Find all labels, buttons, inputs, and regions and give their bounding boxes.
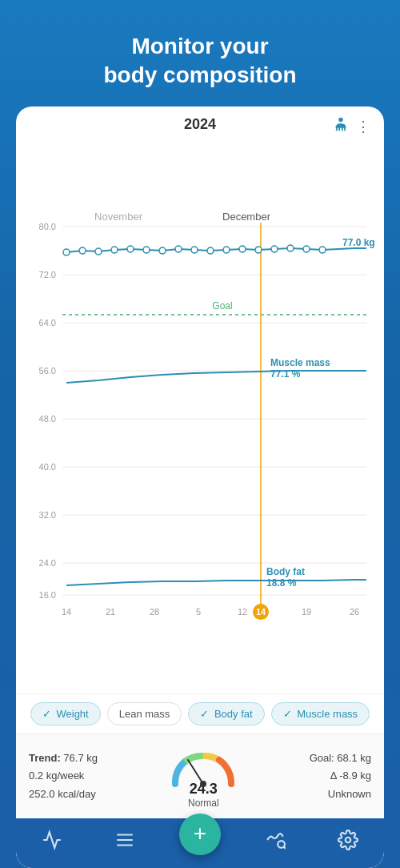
stats-right: Goal: 68.1 kg Δ -8.9 kg Unknown: [310, 749, 371, 802]
svg-point-39: [239, 246, 246, 252]
stats-row: Trend: 76.7 kg 0.2 kg/week 252.0 kcal/da…: [16, 733, 384, 818]
svg-text:21: 21: [106, 607, 115, 617]
svg-text:80.0: 80.0: [39, 222, 56, 231]
bottom-nav: +: [16, 818, 384, 868]
calories-value: 252.0 kcal/day: [29, 786, 98, 803]
filter-weight[interactable]: ✓ Weight: [30, 702, 101, 725]
svg-line-65: [284, 847, 286, 849]
filter-lean-mass[interactable]: Lean mass: [107, 702, 182, 725]
svg-text:77.1 %: 77.1 %: [270, 368, 301, 380]
svg-point-37: [207, 247, 214, 254]
svg-point-66: [345, 838, 350, 843]
rate-value: 0.2 kg/week: [29, 767, 98, 785]
filter-muscle-mass[interactable]: ✓ Muscle mass: [271, 702, 370, 725]
svg-point-33: [143, 247, 150, 253]
svg-line-59: [188, 760, 203, 784]
delta-value: Δ -8.9 kg: [310, 767, 371, 785]
svg-text:72.0: 72.0: [39, 270, 56, 279]
svg-text:77.0 kg: 77.0 kg: [342, 237, 375, 248]
svg-text:26: 26: [350, 607, 359, 617]
svg-point-36: [191, 247, 198, 253]
more-options-icon[interactable]: ⋮: [356, 118, 371, 135]
svg-text:14: 14: [62, 607, 71, 617]
svg-point-41: [271, 246, 278, 252]
bodyfat-check: ✓: [200, 708, 209, 720]
svg-point-30: [95, 248, 102, 255]
svg-point-43: [303, 246, 310, 252]
bmi-gauge: 24.3 Normal: [167, 744, 239, 809]
nav-settings-icon[interactable]: [330, 826, 366, 858]
weight-check: ✓: [42, 708, 51, 720]
unknown-value: Unknown: [310, 786, 371, 803]
svg-point-64: [278, 841, 285, 848]
musclemass-check: ✓: [283, 708, 292, 720]
svg-point-0: [338, 118, 343, 123]
filter-weight-label: Weight: [56, 708, 88, 720]
nav-list-icon[interactable]: [106, 826, 143, 858]
svg-point-29: [79, 247, 86, 254]
svg-text:18.8 %: 18.8 %: [266, 577, 297, 589]
svg-text:November: November: [94, 211, 143, 223]
page-header: Monitor yourbody composition: [0, 0, 400, 106]
svg-text:Goal: Goal: [212, 300, 232, 311]
main-card: 2024 ⋮: [16, 106, 384, 868]
svg-point-40: [255, 247, 262, 253]
svg-point-42: [287, 245, 294, 251]
person-icon[interactable]: [332, 116, 350, 138]
svg-text:5: 5: [196, 607, 201, 617]
svg-text:16.0: 16.0: [39, 590, 56, 600]
svg-point-31: [111, 247, 118, 253]
svg-text:19: 19: [302, 607, 311, 617]
chart-action-icons: ⋮: [332, 116, 371, 138]
svg-text:48.0: 48.0: [39, 414, 56, 424]
svg-point-44: [319, 247, 326, 253]
filter-musclemass-label: Muscle mass: [297, 708, 358, 720]
svg-point-35: [175, 246, 182, 252]
filter-bodyfat-label: Body fat: [214, 708, 253, 720]
svg-text:56.0: 56.0: [39, 366, 56, 376]
chart-area: November December 80.0 72.0 64.0 56.0 48…: [16, 136, 384, 693]
page-title: Monitor yourbody composition: [79, 0, 320, 106]
nav-add-button[interactable]: +: [179, 814, 221, 855]
svg-text:December: December: [222, 211, 271, 223]
svg-text:Muscle mass: Muscle mass: [270, 357, 330, 368]
svg-point-38: [223, 247, 230, 253]
svg-point-32: [127, 246, 134, 252]
svg-text:64.0: 64.0: [39, 318, 56, 328]
plus-icon: +: [194, 822, 206, 845]
trend-value: Trend: 76.7 kg: [29, 749, 98, 767]
stats-left: Trend: 76.7 kg 0.2 kg/week 252.0 kcal/da…: [29, 749, 98, 802]
gauge-visual: [167, 744, 239, 784]
svg-text:32.0: 32.0: [39, 510, 56, 520]
chart-year: 2024: [184, 116, 216, 133]
svg-text:40.0: 40.0: [39, 462, 56, 472]
nav-chart-icon[interactable]: [34, 826, 70, 858]
svg-text:Body fat: Body fat: [266, 566, 305, 577]
svg-point-60: [200, 781, 206, 787]
chart-header: 2024 ⋮: [16, 106, 384, 136]
svg-point-34: [159, 247, 166, 254]
filter-lean-mass-label: Lean mass: [119, 708, 170, 720]
body-composition-chart: November December 80.0 72.0 64.0 56.0 48…: [22, 136, 378, 693]
svg-text:28: 28: [150, 607, 159, 617]
bmi-status-label: Normal: [188, 798, 219, 809]
filter-body-fat[interactable]: ✓ Body fat: [188, 702, 264, 725]
filter-bar: ✓ Weight Lean mass ✓ Body fat ✓ Muscle m…: [16, 693, 384, 733]
goal-value: Goal: 68.1 kg: [310, 749, 371, 767]
svg-point-28: [63, 249, 70, 255]
svg-text:24.0: 24.0: [39, 558, 56, 568]
svg-text:14: 14: [256, 607, 266, 617]
svg-text:12: 12: [238, 607, 247, 617]
nav-activity-icon[interactable]: [257, 826, 294, 858]
